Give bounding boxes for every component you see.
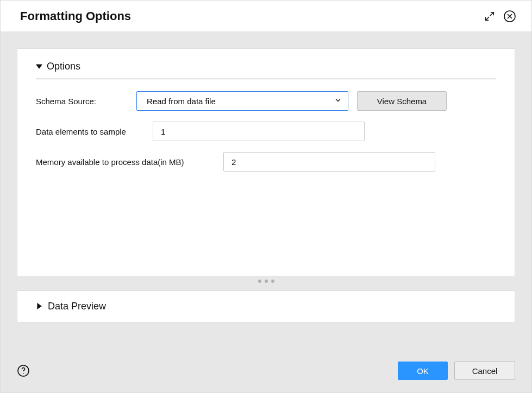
expand-icon[interactable] — [484, 10, 496, 22]
svg-point-4 — [23, 373, 24, 374]
close-icon[interactable] — [503, 10, 516, 23]
sample-input[interactable] — [153, 122, 365, 141]
resize-handle[interactable] — [17, 276, 515, 286]
schema-source-label: Schema Source: — [36, 97, 136, 106]
dialog-body: Options Schema Source: Read from data fi… — [1, 32, 531, 349]
dialog-title: Formatting Options — [20, 9, 131, 23]
data-preview-panel: Data Preview — [17, 290, 515, 322]
data-preview-toggle[interactable]: Data Preview — [36, 301, 496, 312]
title-bar: Formatting Options — [1, 1, 531, 32]
options-heading: Options — [47, 61, 80, 72]
cancel-button[interactable]: Cancel — [454, 362, 515, 380]
options-panel: Options Schema Source: Read from data fi… — [17, 48, 515, 276]
memory-label: Memory available to process data(in MB) — [36, 157, 223, 167]
memory-row: Memory available to process data(in MB) — [36, 152, 496, 172]
options-toggle[interactable]: Options — [36, 61, 496, 72]
footer-buttons: OK Cancel — [398, 362, 515, 380]
svg-marker-2 — [37, 303, 41, 309]
schema-source-select[interactable]: Read from data file — [136, 91, 348, 111]
dialog: Formatting Options Option — [0, 0, 532, 393]
options-divider — [36, 79, 496, 79]
title-actions — [484, 10, 516, 23]
svg-marker-1 — [36, 64, 42, 68]
memory-input[interactable] — [223, 152, 435, 172]
schema-source-value: Read from data file — [147, 97, 216, 106]
dialog-footer: OK Cancel — [1, 349, 531, 392]
sample-label: Data elements to sample — [36, 127, 153, 136]
chevron-down-icon — [36, 61, 42, 72]
data-preview-heading: Data Preview — [48, 301, 106, 312]
sample-row: Data elements to sample — [36, 122, 496, 141]
chevron-right-icon — [36, 301, 42, 312]
chevron-down-icon — [334, 96, 342, 106]
schema-source-row: Schema Source: Read from data file View … — [36, 91, 496, 111]
view-schema-button[interactable]: View Schema — [357, 91, 447, 111]
ok-button[interactable]: OK — [398, 362, 448, 380]
help-icon[interactable] — [17, 364, 30, 377]
